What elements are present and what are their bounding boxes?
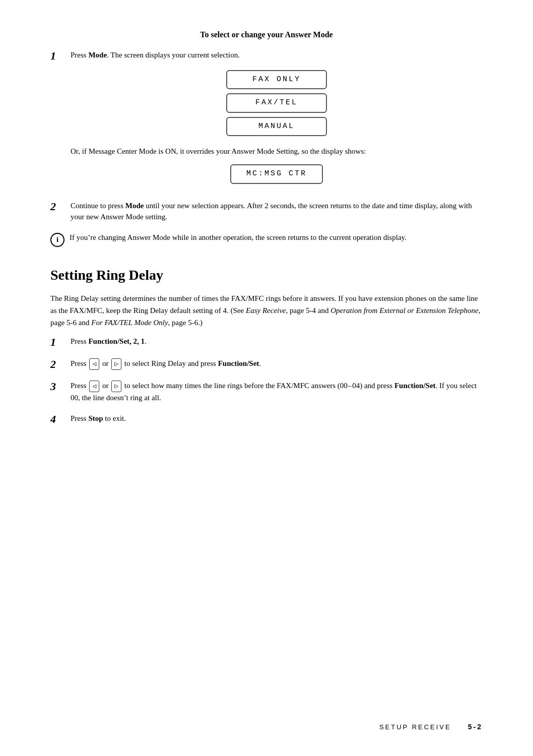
- step1-content: Press Mode. The screen displays your cur…: [71, 49, 483, 191]
- s2-step3-content: Press ◁ or ▷ to select how many times th…: [71, 380, 483, 404]
- step1-text-press: Press: [71, 51, 88, 59]
- s2-step2-bold: Function/Set: [218, 359, 259, 367]
- section2-step2: 2 Press ◁ or ▷ to select Ring Delay and …: [50, 358, 483, 371]
- s2-step4-bold: Stop: [88, 414, 103, 422]
- footer-left: SETUP RECEIVE: [379, 723, 451, 731]
- step1-text-after: . The screen displays your current selec…: [107, 51, 240, 59]
- lcd-fax-only: FAX ONLY: [226, 70, 327, 90]
- s2-step1-after: .: [145, 337, 147, 345]
- step2-bold-mode: Mode: [125, 202, 144, 210]
- footer-page-num: 5-2: [468, 723, 483, 731]
- intro-italic1: Easy Receive: [246, 306, 286, 314]
- lcd-mc-container: MC:MSG CTR: [71, 164, 483, 184]
- s2-step4-after: to exit.: [103, 414, 126, 422]
- s2-step3-text-after: to select how many times the line rings …: [122, 382, 394, 390]
- section2-title: Setting Ring Delay: [50, 267, 483, 283]
- lcd-manual: MANUAL: [226, 117, 327, 137]
- s2-step1-bold: Function/Set, 2, 1: [88, 337, 145, 345]
- section2-step1: 1 Press Function/Set, 2, 1.: [50, 336, 483, 349]
- section2-step3: 3 Press ◁ or ▷ to select how many times …: [50, 380, 483, 404]
- intro-end: , page 5-6.): [168, 319, 203, 327]
- section2: Setting Ring Delay The Ring Delay settin…: [50, 267, 483, 426]
- s2-step1-content: Press Function/Set, 2, 1.: [71, 336, 483, 347]
- step2-continue: Continue to press: [71, 202, 125, 210]
- s2-step1-text: Press: [71, 337, 88, 345]
- note-text: If you’re changing Answer Mode while in …: [70, 232, 407, 243]
- section1-heading: To select or change your Answer Mode: [50, 30, 483, 39]
- arrow-right-icon-1: ▷: [111, 358, 121, 370]
- lcd-fax-tel: FAX/TEL: [226, 93, 327, 113]
- footer: SETUP RECEIVE 5-2: [379, 723, 483, 731]
- step2-content: Continue to press Mode until your new se…: [71, 200, 483, 223]
- section1: To select or change your Answer Mode 1 P…: [50, 30, 483, 247]
- s2-step4-number: 4: [50, 413, 71, 426]
- s2-step2-text-after: to select Ring Delay and press: [122, 359, 218, 367]
- s2-step3-press: Press: [71, 382, 88, 390]
- intro-mid1: , page 5-4 and: [286, 306, 331, 314]
- note-block: i If you’re changing Answer Mode while i…: [50, 232, 483, 247]
- s2-step3-number: 3: [50, 380, 71, 393]
- section2-intro: The Ring Delay setting determines the nu…: [50, 292, 483, 329]
- s2-step3-bold: Function/Set: [394, 382, 436, 390]
- section2-step4: 4 Press Stop to exit.: [50, 413, 483, 426]
- lcd-mc: MC:MSG CTR: [230, 164, 323, 184]
- lcd-display-group: FAX ONLY FAX/TEL MANUAL: [71, 70, 483, 137]
- arrow-left-icon-2: ◁: [89, 381, 99, 393]
- arrow-left-icon-1: ◁: [89, 358, 99, 370]
- step2: 2 Continue to press Mode until your new …: [50, 200, 483, 223]
- intro-italic2: Operation from External or Extension Tel…: [330, 306, 478, 314]
- s2-step2-end: .: [259, 359, 261, 367]
- s2-step4-content: Press Stop to exit.: [71, 413, 483, 424]
- arrow-right-icon-2: ▷: [111, 381, 121, 393]
- step2-number: 2: [50, 200, 71, 213]
- step1: 1 Press Mode. The screen displays your c…: [50, 49, 483, 191]
- s2-step4-text: Press: [71, 414, 88, 422]
- s2-step2-press: Press: [71, 359, 88, 367]
- note-icon: i: [50, 233, 64, 247]
- step1-number: 1: [50, 49, 71, 62]
- or-text: Or, if Message Center Mode is ON, it ove…: [71, 145, 483, 157]
- page: To select or change your Answer Mode 1 P…: [0, 0, 533, 756]
- s2-step2-number: 2: [50, 358, 71, 371]
- intro-italic3: For FAX/TEL Mode Only: [91, 319, 168, 327]
- s2-step1-number: 1: [50, 336, 71, 349]
- step1-bold-mode: Mode: [88, 51, 107, 59]
- s2-step2-content: Press ◁ or ▷ to select Ring Delay and pr…: [71, 358, 483, 370]
